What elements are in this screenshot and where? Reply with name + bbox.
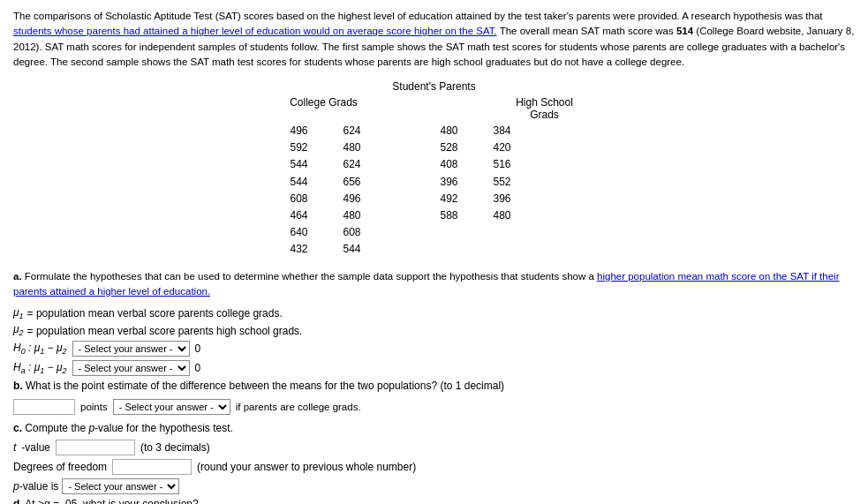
table-row: 480 (343, 139, 367, 156)
ha-row: Ha : μ1 − μ2 - Select your answer - ≥ 0 … (13, 360, 855, 376)
ha-select[interactable]: - Select your answer - ≥ 0 ≤ 0 = 0 > 0 <… (72, 360, 190, 376)
df-label: Degrees of freedom (13, 461, 107, 473)
table-row: 480 (440, 123, 464, 139)
table-row: 544 (290, 174, 314, 191)
section-a: a. Formulate the hypotheses that can be … (13, 269, 855, 300)
table-row: 608 (343, 224, 367, 241)
table-row: 624 (343, 156, 367, 173)
table-row: 464 (290, 207, 314, 224)
ha-zero: 0 (195, 362, 201, 374)
table-row: 496 (343, 191, 367, 207)
table-row: 408 (440, 156, 464, 173)
pvalue-label: p-value is (13, 480, 58, 493)
table-row: 640 (290, 224, 314, 241)
table-row: 552 (493, 174, 517, 191)
table-row: 420 (493, 139, 517, 156)
section-a-label: a. (13, 271, 22, 282)
pvalue-select[interactable]: - Select your answer - less than .005 .0… (62, 478, 179, 494)
col2-header: High School Grads (501, 96, 589, 121)
table-row: 396 (493, 191, 517, 207)
section-d-header: d. At >α = .05, what is your conclusion? (13, 498, 855, 504)
pvalue-row: p-value is - Select your answer - less t… (13, 478, 855, 494)
col1b: 624480624656496480608544 (333, 123, 368, 259)
tvalue-hint: (to 3 decimals) (140, 441, 210, 454)
tvalue-label: t (13, 441, 16, 454)
section-b-row: points - Select your answer - higher low… (13, 399, 855, 415)
if-parents-label: if parents are college grads. (236, 402, 361, 412)
table-row: 592 (290, 139, 314, 156)
df-row: Degrees of freedom (round your answer to… (13, 459, 855, 475)
data-table-section: Student's Parents College Grads High Sch… (13, 80, 855, 259)
table-row: 624 (343, 123, 367, 139)
h0-zero: 0 (195, 342, 201, 355)
table-title: Student's Parents (13, 80, 855, 93)
section-b-label: b. (13, 380, 23, 392)
tvalue-label2: -value (21, 441, 50, 454)
intro-paragraph: The comparisons of Scholastic Aptitude T… (13, 9, 855, 70)
table-row: 384 (493, 123, 517, 139)
tvalue-input[interactable] (56, 440, 135, 455)
section-c-label: c. (13, 422, 22, 434)
h0-label: H0 : μ1 − μ2 (13, 342, 67, 356)
h0-select[interactable]: - Select your answer - ≥ 0 ≤ 0 = 0 > 0 <… (72, 341, 190, 357)
data-table: College Grads High School Grads 49659254… (280, 96, 589, 259)
table-row: 516 (493, 156, 517, 173)
table-row: 496 (290, 123, 314, 139)
mu2-definition: μ2 = population mean verbal score parent… (13, 323, 855, 337)
table-row: 480 (343, 207, 367, 224)
table-row: 544 (290, 156, 314, 173)
section-c-header: c. Compute the p-value for the hypothesi… (13, 422, 855, 434)
tvalue-row: t-value (to 3 decimals) (13, 440, 855, 455)
table-row: 544 (343, 241, 367, 258)
point-estimate-select[interactable]: - Select your answer - higher lower (113, 399, 230, 415)
mu1-definition: μ1 = population mean verbal score parent… (13, 306, 855, 320)
table-row: 480 (493, 207, 517, 224)
ha-label: Ha : μ1 − μ2 (13, 361, 67, 375)
col2a: 480528408396492588 (430, 123, 465, 259)
table-row: 588 (440, 207, 464, 224)
table-row: 656 (343, 174, 367, 191)
point-estimate-input[interactable] (13, 399, 75, 415)
df-input[interactable] (112, 459, 192, 475)
df-hint: (round your answer to previous whole num… (197, 461, 416, 473)
table-row: 528 (440, 139, 464, 156)
section-b: b. What is the point estimate of the dif… (13, 380, 855, 392)
col2b: 384420516552396480 (483, 123, 518, 259)
table-row: 608 (290, 191, 314, 207)
points-label: points (80, 402, 108, 412)
section-d-label: d. (13, 498, 23, 504)
col1a: 496592544544608464640432 (280, 123, 315, 259)
table-row: 432 (290, 241, 314, 258)
table-row: 396 (440, 174, 464, 191)
table-row: 492 (440, 191, 464, 207)
h0-row: H0 : μ1 − μ2 - Select your answer - ≥ 0 … (13, 341, 855, 357)
col1-header: College Grads (280, 96, 368, 121)
